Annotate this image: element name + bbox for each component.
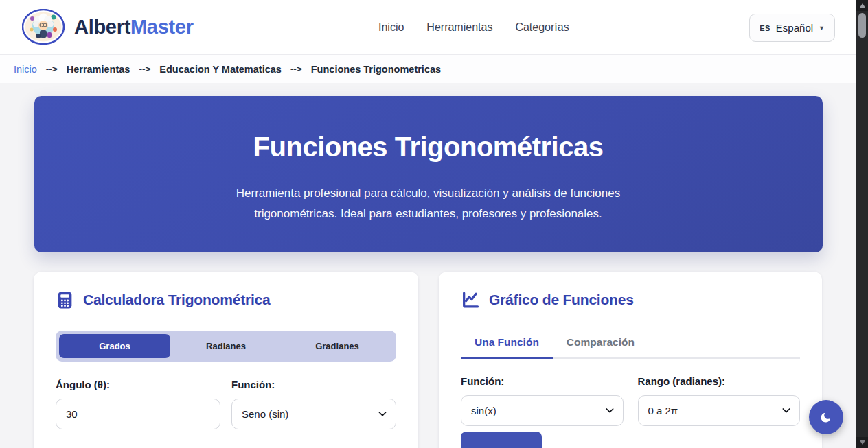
nav-inicio[interactable]: Inicio [378,21,404,34]
nav-categorias[interactable]: Categorías [515,21,569,34]
breadcrumb-separator: --> [46,64,58,74]
angle-label: Ángulo (θ): [56,379,220,390]
caret-down-icon: ▼ [819,25,825,32]
brand-logo-link[interactable]: AlbertMaster [22,9,194,45]
language-selector[interactable]: ES Español ▼ [749,14,835,42]
tab-una-funcion[interactable]: Una Función [461,331,553,359]
calculator-card: Calculadora Trigonométrica Grados Radian… [34,272,418,448]
range-field-group: Rango (radianes): 0 a 2π [638,375,801,426]
brand-wordmark: AlbertMaster [74,16,194,38]
angle-field-group: Ángulo (θ): [56,379,220,429]
function-select[interactable]: Seno (sin) [231,399,396,429]
calculator-icon [56,291,74,309]
breadcrumb-separator: --> [290,64,302,74]
breadcrumb-funciones-trigonometricas: Funciones Trigonometricas [311,64,441,75]
tab-grados[interactable]: Grados [59,334,170,358]
main-content: Funciones Trigonométricas Herramienta pr… [0,83,856,448]
vertical-scrollbar[interactable] [856,0,868,448]
graph-card: Gráfico de Funciones Una Función Compara… [439,272,822,448]
graph-function-label: Función: [461,375,624,387]
graph-submit-button[interactable] [461,432,542,448]
calculator-card-header: Calculadora Trigonométrica [56,290,396,310]
graph-function-field-group: Función: sin(x) [461,375,624,426]
graph-card-title: Gráfico de Funciones [489,292,634,308]
chart-line-icon [461,290,480,309]
page-title: Funciones Trigonométricas [253,132,604,163]
function-label: Función: [231,379,396,390]
tab-gradianes[interactable]: Gradianes [282,334,393,358]
page-viewport: AlbertMaster Inicio Herramientas Categor… [0,0,856,448]
scroll-up-button[interactable] [856,0,868,11]
graph-function-select[interactable]: sin(x) [461,395,624,426]
tab-radianes[interactable]: Radianes [170,334,282,358]
range-select[interactable]: 0 a 2π [638,395,801,426]
hero-banner: Funciones Trigonométricas Herramienta pr… [34,96,823,252]
breadcrumb-herramientas[interactable]: Herramientas [67,64,130,75]
language-code: ES [760,24,770,32]
page-subtitle: Herramienta profesional para cálculo, vi… [195,183,662,224]
dark-mode-toggle-button[interactable] [809,400,843,434]
graph-form-row: Función: sin(x) Rango (radianes): [461,375,800,426]
main-nav: Inicio Herramientas Categorías [378,0,569,54]
tool-cards-row: Calculadora Trigonométrica Grados Radian… [34,272,823,448]
function-field-group: Función: Seno (sin) [231,379,396,429]
albertmaster-logo-icon [22,9,65,45]
scroll-down-button[interactable] [856,437,868,448]
brand-secondary: Master [130,16,194,38]
language-name: Español [776,22,813,34]
breadcrumb: Inicio --> Herramientas --> Educacion Y … [0,55,856,83]
breadcrumb-inicio[interactable]: Inicio [14,64,37,75]
angle-unit-tabs: Grados Radianes Gradianes [56,331,396,362]
site-header: AlbertMaster Inicio Herramientas Categor… [0,0,856,55]
breadcrumb-separator: --> [139,64,150,74]
moon-icon [819,410,833,424]
calculator-card-title: Calculadora Trigonométrica [83,292,271,308]
breadcrumb-educacion-y-matematicas[interactable]: Educacion Y Matematicas [159,64,282,75]
calculator-form-row: Ángulo (θ): Función: Seno (sin) [56,379,396,429]
scroll-up-arrow-icon [860,3,865,8]
brand-primary: Albert [74,16,130,38]
tab-comparacion[interactable]: Comparación [553,331,648,359]
scroll-down-arrow-icon [860,440,865,445]
scrollbar-thumb[interactable] [858,13,866,38]
graph-mode-tabs: Una Función Comparación [461,331,800,359]
graph-card-header: Gráfico de Funciones [461,290,800,310]
range-label: Rango (radianes): [638,375,801,387]
angle-input[interactable] [56,399,220,429]
nav-herramientas[interactable]: Herramientas [426,21,492,34]
